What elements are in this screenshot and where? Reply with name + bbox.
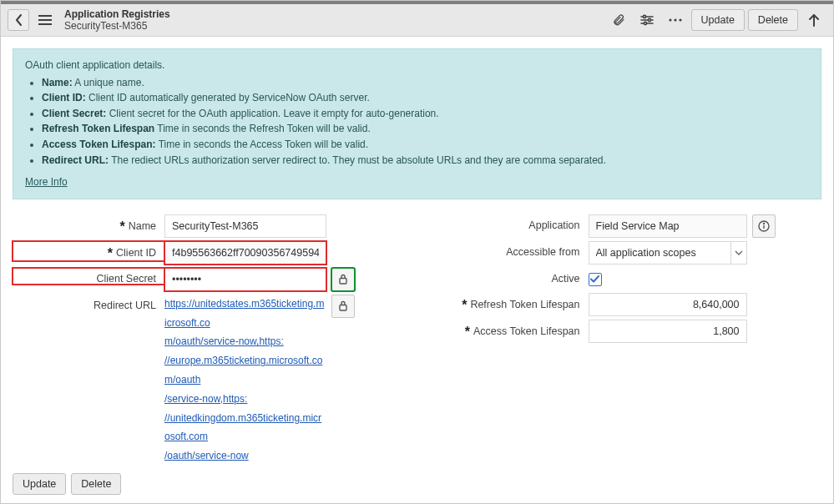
info-item: Refresh Token Lifespan Time in seconds t… bbox=[42, 121, 809, 137]
redirect-url-lock-button[interactable] bbox=[331, 295, 355, 318]
svg-point-8 bbox=[644, 22, 646, 24]
info-item: Client Secret: Client secret for the OAu… bbox=[42, 106, 809, 122]
info-item: Client ID: Client ID automatically gener… bbox=[42, 90, 809, 106]
svg-point-7 bbox=[648, 18, 650, 21]
info-item: Name: A unique name. bbox=[42, 75, 809, 91]
header-subtitle: SecurityTest-M365 bbox=[64, 20, 170, 32]
update-button[interactable]: Update bbox=[691, 9, 745, 31]
scroll-up-button[interactable] bbox=[801, 8, 826, 33]
more-info-link[interactable]: More Info bbox=[25, 176, 68, 188]
svg-point-9 bbox=[669, 18, 671, 21]
refresh-token-label: Refresh Token Lifespan bbox=[422, 293, 589, 313]
refresh-token-input[interactable] bbox=[589, 293, 747, 316]
client-secret-label: Client Secret bbox=[13, 268, 164, 285]
accessible-from-select[interactable] bbox=[589, 241, 747, 265]
delete-button[interactable]: Delete bbox=[748, 9, 798, 31]
info-lead: OAuth client application details. bbox=[25, 58, 809, 73]
client-id-label: Client ID bbox=[13, 241, 164, 261]
application-input[interactable] bbox=[589, 214, 747, 238]
menu-icon bbox=[38, 15, 52, 25]
lock-icon bbox=[339, 300, 347, 311]
redirect-url-label: Redirect URL bbox=[13, 295, 164, 311]
redirect-url-value[interactable]: https://unitedstates.m365ticketing.micro… bbox=[164, 295, 326, 465]
lock-icon bbox=[339, 274, 347, 285]
attachment-button[interactable] bbox=[606, 8, 631, 33]
active-label: Active bbox=[422, 268, 589, 285]
bottom-actions: Update Delete bbox=[1, 465, 833, 503]
info-panel: OAuth client application details. Name: … bbox=[13, 48, 821, 199]
ellipsis-icon bbox=[669, 18, 682, 22]
update-button-bottom[interactable]: Update bbox=[13, 473, 66, 495]
back-button[interactable] bbox=[8, 9, 29, 31]
info-item: Access Token Lifespan: Time in seconds t… bbox=[42, 137, 809, 153]
svg-point-10 bbox=[674, 18, 676, 21]
header-title: Application Registries bbox=[64, 8, 170, 20]
check-icon bbox=[590, 275, 599, 283]
form-right-column: Application Accessible from bbox=[422, 213, 822, 465]
svg-rect-14 bbox=[340, 305, 346, 311]
chevron-left-icon bbox=[15, 14, 23, 26]
svg-point-18 bbox=[763, 223, 764, 224]
form-header: Application Registries SecurityTest-M365… bbox=[1, 4, 833, 37]
delete-button-bottom[interactable]: Delete bbox=[71, 473, 121, 495]
menu-button[interactable] bbox=[33, 8, 58, 33]
active-checkbox[interactable] bbox=[589, 273, 602, 286]
access-token-label: Access Token Lifespan bbox=[422, 320, 589, 340]
accessible-from-label: Accessible from bbox=[422, 241, 589, 258]
sliders-icon bbox=[640, 14, 654, 26]
access-token-input[interactable] bbox=[589, 320, 747, 343]
application-info-button[interactable] bbox=[752, 214, 776, 238]
svg-rect-13 bbox=[340, 279, 346, 285]
more-actions-button[interactable] bbox=[663, 8, 688, 33]
svg-point-11 bbox=[679, 18, 681, 21]
name-input[interactable] bbox=[164, 214, 326, 238]
application-label: Application bbox=[422, 214, 589, 231]
client-id-input[interactable] bbox=[164, 241, 326, 265]
info-item: Redirect URL: The rediect URLs authoriza… bbox=[42, 153, 809, 169]
settings-button[interactable] bbox=[634, 8, 660, 33]
svg-point-6 bbox=[643, 15, 645, 18]
info-icon bbox=[758, 220, 770, 232]
name-label: Name bbox=[13, 214, 164, 234]
client-secret-unlock-button[interactable] bbox=[331, 268, 355, 291]
arrow-up-icon bbox=[808, 13, 820, 27]
client-secret-input[interactable] bbox=[164, 268, 326, 291]
paperclip-icon bbox=[612, 13, 625, 27]
form-left-column: Name Client ID Client Secret bbox=[13, 213, 413, 465]
